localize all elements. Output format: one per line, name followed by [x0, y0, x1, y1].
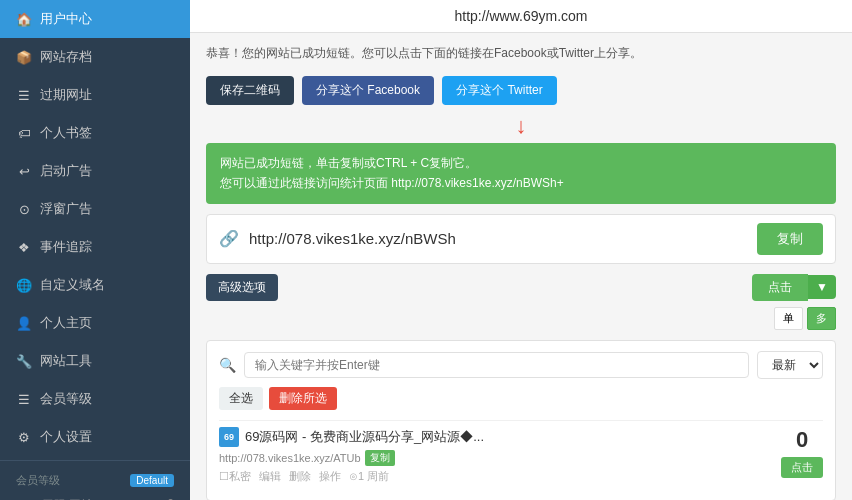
delete-button[interactable]: 删除 [289, 469, 311, 484]
copy-button[interactable]: 复制 [757, 223, 823, 255]
sidebar-item-expired-site[interactable]: ☰ 过期网址 [0, 76, 190, 114]
congrats-text: 恭喜！您的网站已成功短链。您可以点击下面的链接在Facebook或Twitter… [206, 45, 836, 62]
list-click-button[interactable]: 点击 [781, 457, 823, 478]
multi-button[interactable]: 多 [807, 307, 836, 330]
sidebar-item-user-center[interactable]: 🏠 用户中心 [0, 0, 190, 38]
notice-green: 网站已成功短链，单击复制或CTRL + C复制它。 您可以通过此链接访问统计页面… [206, 143, 836, 204]
options-row: 高级选项 点击 ▼ [206, 274, 836, 301]
float-icon: ⊙ [16, 202, 32, 217]
default-badge: Default [130, 474, 174, 487]
filter-delete-button[interactable]: 删除所选 [269, 387, 337, 410]
link-icon: 🔗 [219, 229, 239, 248]
person-icon: 👤 [16, 316, 32, 331]
click-main-button[interactable]: 点击 [752, 274, 808, 301]
advanced-options-button[interactable]: 高级选项 [206, 274, 278, 301]
sidebar-item-event-trace[interactable]: ❖ 事件追踪 [0, 228, 190, 266]
sidebar-item-personal-settings[interactable]: ⚙ 个人设置 [0, 418, 190, 456]
sidebar-item-personal-home[interactable]: 👤 个人主页 [0, 304, 190, 342]
content-area: 恭喜！您的网站已成功短链。您可以点击下面的链接在Facebook或Twitter… [190, 33, 852, 500]
sidebar-item-personal-tags[interactable]: 🏷 个人书签 [0, 114, 190, 152]
sidebar-item-float-ads[interactable]: ⊙ 浮窗广告 [0, 190, 190, 228]
privacy-button[interactable]: ☐私密 [219, 469, 251, 484]
tools-icon: 🔧 [16, 354, 32, 369]
list-item-left: 69 69源码网 - 免费商业源码分享_网站源◆... http://078.v… [219, 427, 484, 484]
domain-icon: 🌐 [16, 278, 32, 293]
sidebar-sub-item-network[interactable]: 1/无限 网址 0 [0, 492, 190, 500]
search-top-row: 🔍 最新 [219, 351, 823, 379]
list-item-url: http://078.vikes1ke.xyz/ATUb 复制 [219, 450, 484, 466]
search-area: 🔍 最新 全选 删除所选 69 69源码网 - 免费商业源码 [206, 340, 836, 500]
url-copy-badge[interactable]: 复制 [365, 450, 395, 466]
filter-all-button[interactable]: 全选 [219, 387, 263, 410]
sidebar-item-custom-domain[interactable]: 🌐 自定义域名 [0, 266, 190, 304]
list-item: 69 69源码网 - 免费商业源码分享_网站源◆... http://078.v… [219, 420, 823, 490]
list-item-right: 0 点击 [781, 427, 823, 478]
list-item-title: 69 69源码网 - 免费商业源码分享_网站源◆... [219, 427, 484, 447]
site-icon: 69 [219, 427, 239, 447]
edit-button[interactable]: 编辑 [259, 469, 281, 484]
sidebar-item-member-level[interactable]: ☰ 会员等级 [0, 380, 190, 418]
share-facebook-button[interactable]: 分享这个 Facebook [302, 76, 434, 105]
archive-icon: 📦 [16, 50, 32, 65]
filter-tabs: 全选 删除所选 [219, 387, 823, 410]
event-icon: ❖ [16, 240, 32, 255]
sidebar-section-label: 会员等级 Default [0, 465, 190, 492]
main-content: http://www.69ym.com 恭喜！您的网站已成功短链。您可以点击下面… [190, 0, 852, 500]
share-buttons-row: 保存二维码 分享这个 Facebook 分享这个 Twitter [206, 76, 836, 105]
url-row: 🔗 复制 [206, 214, 836, 264]
list-item-meta: ☐私密 编辑 删除 操作 ⊙1 周前 [219, 469, 484, 484]
click-arrow-button[interactable]: ▼ [808, 275, 836, 299]
sidebar-item-site-archive[interactable]: 📦 网站存档 [0, 38, 190, 76]
member-icon: ☰ [16, 392, 32, 407]
settings-icon: ⚙ [16, 430, 32, 445]
action-button[interactable]: 操作 [319, 469, 341, 484]
sidebar: 🏠 用户中心 📦 网站存档 ☰ 过期网址 🏷 个人书签 ↩ 启动广告 ⊙ 浮窗广… [0, 0, 190, 500]
sort-select[interactable]: 最新 [757, 351, 823, 379]
search-input[interactable] [244, 352, 749, 378]
click-dropdown: 点击 ▼ [752, 274, 836, 301]
share-twitter-button[interactable]: 分享这个 Twitter [442, 76, 557, 105]
tag-icon: 🏷 [16, 126, 32, 141]
save-qr-button[interactable]: 保存二维码 [206, 76, 294, 105]
topbar: http://www.69ym.com [190, 0, 852, 33]
home-icon: 🏠 [16, 12, 32, 27]
single-button[interactable]: 单 [774, 307, 803, 330]
click-count: 0 [796, 427, 808, 453]
sidebar-item-startup-ads[interactable]: ↩ 启动广告 [0, 152, 190, 190]
single-multi-toggle: 单 多 [206, 307, 836, 330]
sidebar-item-site-tools[interactable]: 🔧 网站工具 [0, 342, 190, 380]
startup-icon: ↩ [16, 164, 32, 179]
arrow-down-icon: ↓ [206, 113, 836, 139]
url-input[interactable] [249, 230, 747, 247]
search-icon: 🔍 [219, 357, 236, 373]
expired-icon: ☰ [16, 88, 32, 103]
